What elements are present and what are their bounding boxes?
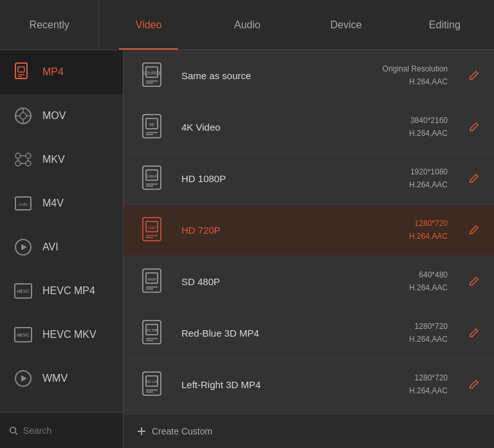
format-row-hd-1080p[interactable]: 1080P HD 1080P 1920*1080 H.264,AAC xyxy=(124,153,494,205)
format-name-same-as-source: Same as source xyxy=(181,70,371,81)
svg-point-10 xyxy=(15,153,21,158)
edit-icon-720p[interactable] xyxy=(466,223,481,238)
sidebar-search xyxy=(0,412,123,448)
format-name-red-blue-3d: Red-Blue 3D MP4 xyxy=(181,328,398,339)
main-content: MP4 MOV xyxy=(0,50,494,448)
edit-icon-4k[interactable] xyxy=(466,120,481,135)
m4v-icon: m4v xyxy=(13,193,33,214)
format-meta-red-blue-3d: 1280*720 H.264,AAC xyxy=(409,321,448,345)
svg-text:3D RB: 3D RB xyxy=(146,328,158,332)
edit-icon-red-blue-3d[interactable] xyxy=(466,326,481,341)
svg-point-5 xyxy=(20,113,26,119)
format-icon-source: SOURCE xyxy=(136,59,170,93)
format-icon-720p: 720P xyxy=(136,214,170,247)
svg-marker-27 xyxy=(21,375,27,382)
svg-text:720P: 720P xyxy=(147,226,156,230)
edit-icon-left-right-3d[interactable] xyxy=(466,377,481,393)
format-name-left-right-3d: Left-Right 3D MP4 xyxy=(181,379,398,390)
format-meta-same-as-source: Original Resolution H.264,AAC xyxy=(383,63,448,88)
mp4-icon xyxy=(13,62,33,82)
format-icon-4k: 4K xyxy=(136,111,170,144)
sidebar-item-mp4[interactable]: MP4 xyxy=(0,50,123,94)
format-name-480p: SD 480P xyxy=(181,276,398,287)
tab-device[interactable]: Device xyxy=(297,0,395,50)
edit-icon-480p[interactable] xyxy=(466,274,481,290)
sidebar-label-mkv: MKV xyxy=(42,154,65,165)
svg-text:m4v: m4v xyxy=(18,201,28,207)
sidebar: MP4 MOV xyxy=(0,50,124,448)
sidebar-item-avi[interactable]: AVI xyxy=(0,225,123,269)
avi-icon xyxy=(13,237,33,257)
format-name-4k: 4K Video xyxy=(181,122,398,133)
svg-text:4K: 4K xyxy=(149,122,155,127)
edit-icon-1080p[interactable] xyxy=(466,171,481,187)
format-row-sd-480p[interactable]: 480P SD 480P 640*480 H.264,AAC xyxy=(124,256,494,308)
format-list: SOURCE Same as source Original Resolutio… xyxy=(124,50,494,414)
sidebar-item-wmv[interactable]: WMV xyxy=(0,357,123,400)
format-row-left-right-3d[interactable]: 3D LR Left-Right 3D MP4 1280*720 H.264,A… xyxy=(124,359,494,411)
format-row-same-as-source[interactable]: SOURCE Same as source Original Resolutio… xyxy=(124,50,494,102)
sidebar-label-hevc-mp4: HEVC MP4 xyxy=(42,285,95,297)
svg-point-28 xyxy=(10,427,16,433)
format-icon-left-right-3d: 3D LR xyxy=(136,368,170,402)
format-row-red-blue-3d[interactable]: 3D RB Red-Blue 3D MP4 1280*720 H.264,AAC xyxy=(124,308,494,359)
sidebar-item-hevc-mp4[interactable]: HEVC HEVC MP4 xyxy=(0,269,123,313)
sidebar-items: MP4 MOV xyxy=(0,50,123,412)
format-icon-red-blue-3d: 3D RB xyxy=(136,317,170,350)
mkv-icon xyxy=(13,149,33,170)
create-custom-button[interactable]: Create Custom xyxy=(124,414,494,448)
sidebar-item-hevc-mkv[interactable]: HEVC HEVC MKV xyxy=(0,313,123,357)
svg-text:HEVC: HEVC xyxy=(17,289,29,294)
hevc-mp4-icon: HEVC xyxy=(13,281,33,301)
sidebar-label-mp4: MP4 xyxy=(42,66,64,78)
hevc-mkv-icon: HEVC xyxy=(13,324,33,345)
format-meta-480p: 640*480 H.264,AAC xyxy=(409,269,448,294)
plus-icon xyxy=(136,426,147,436)
svg-marker-21 xyxy=(21,244,27,250)
wmv-icon xyxy=(13,368,33,389)
format-icon-480p: 480P xyxy=(136,265,170,299)
create-custom-label: Create Custom xyxy=(152,426,212,436)
search-input[interactable] xyxy=(23,425,114,436)
sidebar-label-wmv: WMV xyxy=(42,373,68,384)
svg-point-13 xyxy=(26,161,31,166)
sidebar-item-m4v[interactable]: m4v M4V xyxy=(0,182,123,225)
svg-text:HEVC: HEVC xyxy=(17,333,29,337)
mov-icon xyxy=(13,106,33,126)
format-row-hd-720p[interactable]: 720P HD 720P 1280*720 H.264,AAC xyxy=(124,205,494,256)
svg-text:480P: 480P xyxy=(147,277,156,281)
format-meta-4k: 3840*2160 H.264,AAC xyxy=(409,115,448,139)
tab-recently[interactable]: Recently xyxy=(0,0,99,50)
format-meta-left-right-3d: 1280*720 H.264,AAC xyxy=(409,372,448,397)
svg-text:SOURCE: SOURCE xyxy=(142,71,161,75)
svg-line-29 xyxy=(15,432,17,434)
sidebar-label-hevc-mkv: HEVC MKV xyxy=(42,329,96,341)
tab-editing[interactable]: Editing xyxy=(396,0,494,50)
sidebar-item-mkv[interactable]: MKV xyxy=(0,138,123,182)
format-meta-720p: 1280*720 H.264,AAC xyxy=(409,218,448,242)
tab-audio[interactable]: Audio xyxy=(198,0,297,50)
svg-point-12 xyxy=(15,161,21,166)
sidebar-label-avi: AVI xyxy=(42,241,59,253)
sidebar-label-m4v: M4V xyxy=(42,198,64,209)
svg-text:1080P: 1080P xyxy=(146,174,157,178)
sidebar-label-mov: MOV xyxy=(42,110,66,122)
format-meta-1080p: 1920*1080 H.264,AAC xyxy=(409,166,448,191)
svg-rect-1 xyxy=(18,67,24,72)
svg-point-11 xyxy=(26,153,31,158)
edit-icon-same-as-source[interactable] xyxy=(466,68,481,84)
format-name-1080p: HD 1080P xyxy=(181,173,398,184)
svg-text:3D LR: 3D LR xyxy=(146,380,158,384)
format-row-4k-video[interactable]: 4K 4K Video 3840*2160 H.264,AAC xyxy=(124,102,494,153)
format-icon-1080p: 1080P xyxy=(136,162,170,196)
search-icon xyxy=(9,425,18,436)
top-nav: Recently Video Audio Device Editing xyxy=(0,0,494,50)
tab-video[interactable]: Video xyxy=(99,0,197,50)
sidebar-item-mov[interactable]: MOV xyxy=(0,94,123,138)
format-name-720p: HD 720P xyxy=(181,225,398,236)
